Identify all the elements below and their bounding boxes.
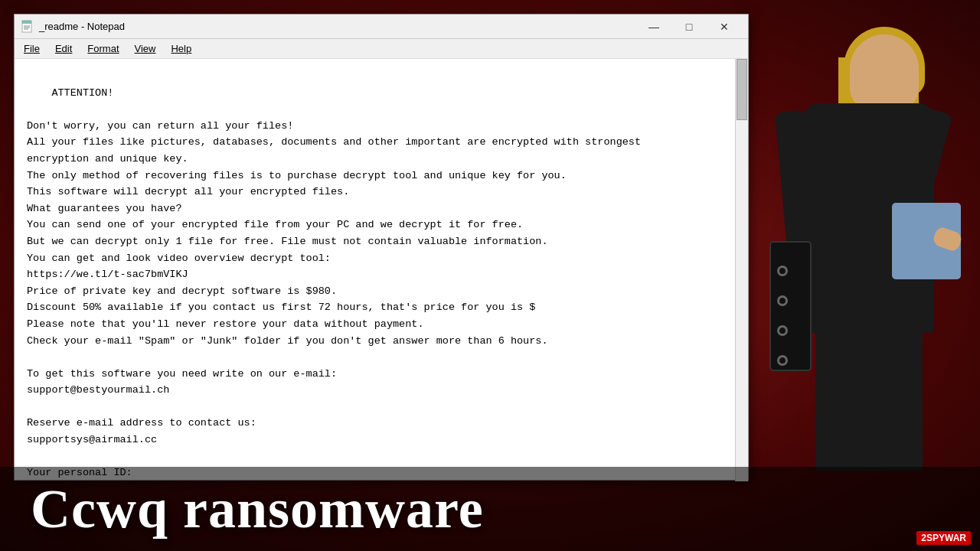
- person-head: [850, 34, 919, 111]
- minimize-button[interactable]: —: [636, 15, 671, 39]
- menubar: File Edit Format View Help: [15, 39, 748, 59]
- binder: [769, 241, 812, 371]
- close-button[interactable]: ✕: [707, 15, 742, 39]
- binder-rings: [777, 266, 788, 366]
- person-legs: [815, 318, 923, 471]
- ring-4: [777, 355, 788, 366]
- ring-3: [777, 325, 788, 336]
- maximize-button[interactable]: □: [671, 15, 707, 39]
- notepad-text-area[interactable]: ATTENTION! Don't worry, you can return a…: [15, 59, 748, 480]
- menu-edit[interactable]: Edit: [49, 41, 78, 56]
- window-title: _readme - Notepad: [39, 21, 636, 32]
- menu-view[interactable]: View: [129, 41, 162, 56]
- menu-help[interactable]: Help: [165, 41, 198, 56]
- menu-format[interactable]: Format: [81, 41, 125, 56]
- person-illustration: [743, 11, 976, 471]
- ring-2: [777, 295, 788, 306]
- titlebar: _readme - Notepad — □ ✕: [15, 15, 748, 39]
- spywar-logo: 2SPYWAR: [916, 531, 971, 545]
- ransomware-title: Ccwq ransomware: [31, 478, 484, 541]
- ring-1: [777, 266, 788, 276]
- svg-rect-1: [22, 21, 31, 24]
- notepad-icon: [21, 20, 34, 34]
- notepad-window: _readme - Notepad — □ ✕ File Edit Format…: [14, 14, 749, 481]
- bottom-title-bar: Ccwq ransomware: [0, 467, 980, 551]
- menu-file[interactable]: File: [18, 41, 46, 56]
- window-controls: — □ ✕: [636, 15, 742, 39]
- notepad-content: ATTENTION! Don't worry, you can return a…: [27, 87, 641, 479]
- person-body: [804, 103, 934, 333]
